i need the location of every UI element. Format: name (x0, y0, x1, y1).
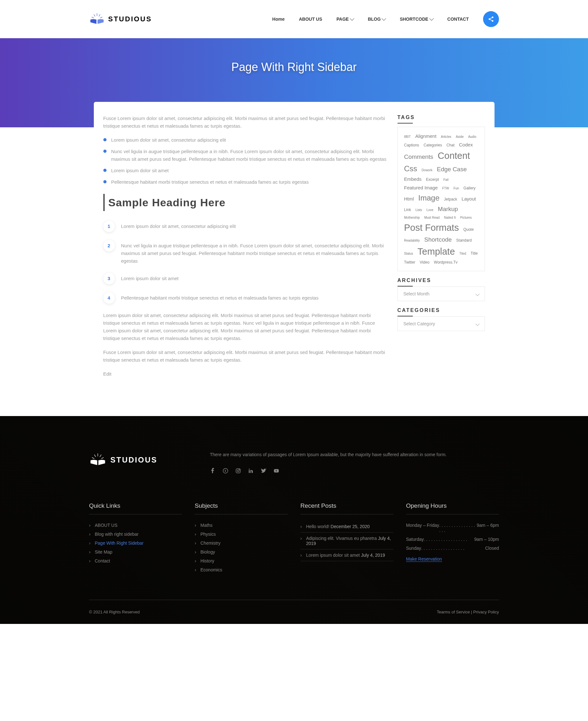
tag-audio[interactable]: Audio (468, 135, 476, 138)
svg-point-16 (239, 469, 240, 470)
tag-lists[interactable]: Lists (416, 208, 422, 212)
tag-readability[interactable]: Readability (404, 239, 420, 242)
tag-post-formats[interactable]: Post Formats (404, 222, 459, 233)
numbered-list: 1Lorem ipsum dolor sit amet, consectetur… (103, 221, 388, 304)
svg-point-7 (492, 20, 493, 22)
subjects-list: MathsPhysicsChemistryBiologyHistoryEcono… (195, 521, 288, 574)
privacy-link[interactable]: Privacy Policy (473, 609, 499, 614)
footer-logo[interactable]: STUDIOUS (89, 451, 194, 468)
intro-paragraph: Fusce Lorem ipsum dolor sit amet, consec… (103, 115, 388, 130)
tag-fun[interactable]: Fun (454, 186, 459, 190)
tag-quote[interactable]: Quote (463, 227, 474, 232)
tag-gallery[interactable]: Gallery (463, 186, 476, 191)
recent-post[interactable]: Lorem ipsum dolor sit amet July 4, 2019 (300, 549, 393, 561)
tag-ftw[interactable]: FTW (442, 186, 449, 190)
tag-categories[interactable]: Categories (424, 143, 442, 147)
tag-featured-image[interactable]: Featured Image (404, 185, 438, 191)
nav-page[interactable]: PAGE (336, 17, 354, 22)
linkedin-icon[interactable] (248, 468, 254, 474)
svg-line-10 (100, 455, 102, 457)
tag-link[interactable]: Link (404, 207, 411, 212)
archives-select[interactable]: Select Month (398, 286, 485, 301)
tag-excerpt[interactable]: Excerpt (426, 177, 439, 182)
quick-link[interactable]: ABOUT US (89, 521, 182, 530)
quick-links-title: Quick Links (89, 502, 182, 515)
archives-title: ARCHIVES (398, 278, 485, 286)
book-rays-icon (89, 11, 105, 27)
quick-link[interactable]: Blog with right sidebar (89, 530, 182, 539)
tags-title: TAGS (398, 115, 485, 123)
social-links (210, 468, 499, 474)
subject-link[interactable]: Biology (195, 547, 288, 556)
nav-blog[interactable]: BLOG (368, 17, 385, 22)
nav-contact[interactable]: CONTACT (447, 17, 469, 22)
youtube-icon[interactable] (273, 468, 279, 474)
edit-link[interactable]: Edit (103, 370, 388, 378)
tag-layout[interactable]: Layout (461, 196, 476, 201)
tag-jetpack[interactable]: Jetpack (444, 197, 457, 201)
tag-template[interactable]: Template (418, 246, 455, 257)
recent-post[interactable]: Adipiscing elit. Vivamus eu pharetra Jul… (300, 533, 393, 549)
tag-video[interactable]: Video (420, 260, 429, 264)
subject-link[interactable]: Physics (195, 530, 288, 539)
list-item: 3Lorem ipsum dolor sit amet (103, 273, 388, 284)
logo[interactable]: STUDIOUS (89, 11, 152, 27)
tag-cloud: 8BITAlignmentArticlesAsideAudioCaptionsC… (404, 133, 478, 264)
tag-love[interactable]: Love (426, 208, 434, 212)
tag-title[interactable]: Title (471, 251, 478, 256)
quick-link[interactable]: Page With Right Sidebar (89, 539, 182, 547)
tag-captions[interactable]: Captions (404, 143, 419, 147)
categories-select[interactable]: Select Category (398, 316, 485, 331)
tag-chat[interactable]: Chat (446, 143, 455, 147)
tag-mothership[interactable]: Mothership (404, 216, 420, 219)
tag-embeds[interactable]: Embeds (404, 176, 422, 182)
subject-link[interactable]: History (195, 556, 288, 565)
tag-twitter[interactable]: Twitter (404, 260, 415, 264)
quick-links-list: ABOUT USBlog with right sidebarPage With… (89, 521, 182, 565)
instagram-icon[interactable] (235, 468, 241, 474)
tag-html[interactable]: Html (404, 196, 414, 201)
subject-link[interactable]: Economics (195, 565, 288, 574)
twitter-icon[interactable] (261, 468, 267, 474)
tag-comments[interactable]: Comments (404, 154, 434, 160)
tag-must-read[interactable]: Must Read (424, 216, 440, 219)
subject-link[interactable]: Maths (195, 521, 288, 530)
quick-link[interactable]: Contact (89, 556, 182, 565)
tag-aside[interactable]: Aside (456, 135, 464, 138)
nav-home[interactable]: Home (272, 17, 285, 22)
pinterest-icon[interactable] (223, 468, 228, 474)
tag-tiled[interactable]: Tiled (460, 252, 466, 255)
subject-link[interactable]: Chemistry (195, 539, 288, 547)
tag-codex[interactable]: Codex (459, 142, 472, 147)
terms-link[interactable]: Tearms of Service (437, 609, 470, 614)
recent-post[interactable]: Hello world! December 25, 2020 (300, 521, 393, 533)
reservation-link[interactable]: Make Reservation (406, 556, 442, 562)
tag-css[interactable]: Css (404, 164, 417, 173)
share-button[interactable] (483, 11, 499, 27)
tag-nailed-it[interactable]: Nailed It (444, 216, 456, 219)
nav-about[interactable]: ABOUT US (299, 17, 322, 22)
tag-fail[interactable]: Fail (443, 178, 448, 181)
list-item: Lorem ipsum dolor sit amet, consectetur … (103, 136, 388, 144)
copyright: © 2021 All Rights Reserved (89, 609, 140, 614)
tag-pictures[interactable]: Pictures (460, 216, 471, 219)
tag-edge-case[interactable]: Edge Case (437, 166, 467, 173)
page-title: Page With Right Sidebar (0, 60, 588, 74)
tag-alignment[interactable]: Alignment (415, 133, 437, 139)
tag-markup[interactable]: Markup (438, 206, 458, 213)
nav-shortcode[interactable]: SHORTCODE (400, 17, 433, 22)
tag-standard[interactable]: Standard (456, 238, 472, 243)
tag-8bit[interactable]: 8BIT (404, 135, 411, 138)
quick-link[interactable]: Site Map (89, 547, 182, 556)
tag-wordpress-tv[interactable]: Wordpress.Tv (434, 260, 457, 264)
tag-image[interactable]: Image (418, 194, 440, 202)
chevron-down-icon (350, 16, 354, 21)
svg-line-11 (92, 458, 94, 459)
list-item: 2Nunc vel ligula in augue tristique pell… (103, 240, 388, 265)
facebook-icon[interactable] (210, 468, 216, 474)
tag-content[interactable]: Content (438, 151, 470, 161)
tag-articles[interactable]: Articles (441, 135, 451, 138)
tag-status[interactable]: Status (404, 252, 413, 255)
tag-shortcode[interactable]: Shortcode (424, 236, 452, 243)
tag-dowork[interactable]: Dowork (422, 168, 433, 172)
